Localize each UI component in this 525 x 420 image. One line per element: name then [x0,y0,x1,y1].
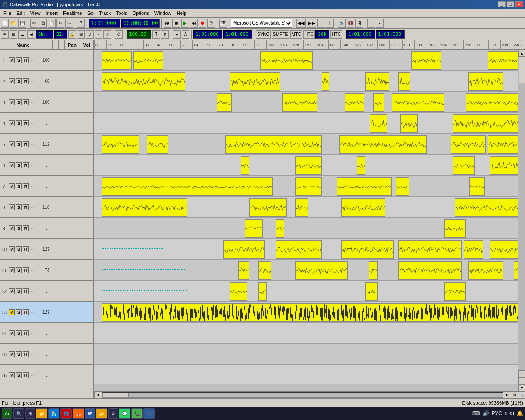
loop-in-btn[interactable]: [ [317,19,325,28]
copy-btn[interactable]: ⧉ [39,19,47,28]
solo-btn-2[interactable]: S [16,78,22,84]
clip-5-3[interactable] [339,135,427,154]
track-menu-12[interactable]: ··· [30,288,37,295]
clip-2-4[interactable] [398,72,410,91]
solo-btn-13[interactable]: S [16,309,22,315]
clip-10-6[interactable] [490,240,518,259]
track-menu-2[interactable]: ··· [30,78,37,85]
clip-9-2[interactable] [276,219,284,238]
output-select[interactable]: Microsoft GS Wavetable SW Synth [231,19,292,28]
nudge-left-btn[interactable]: ◀ [27,30,35,39]
q2-btn[interactable]: ♪ [94,30,102,39]
clip-2-1[interactable] [230,72,280,91]
help-btn[interactable]: ? [77,19,85,28]
clip-12-4[interactable] [444,282,466,301]
menu-file[interactable]: File [1,10,14,16]
files2-app[interactable]: 📂 [96,408,107,419]
notification-icon[interactable]: 🔔 [517,410,523,416]
clip-3-0[interactable] [102,102,176,102]
clip-1-4[interactable] [488,51,518,70]
open-btn[interactable]: 📂 [10,19,18,28]
vertical-scrollbar[interactable]: ▲ + - ▼ [518,50,525,391]
clip-1-1[interactable] [133,51,163,70]
scroll-h-track[interactable] [102,392,503,398]
mute-btn-12[interactable]: M [9,288,15,294]
vol-btn[interactable]: 🔊 [338,19,346,28]
clip-3-2[interactable] [282,93,317,112]
menu-options[interactable]: Options [130,10,152,16]
clip-10-5[interactable] [464,240,483,259]
clip-7-5[interactable] [469,177,485,196]
track-menu-11[interactable]: ··· [30,267,37,274]
record-btn-6[interactable]: R [23,162,29,168]
midi-sync-btn[interactable]: SYNC [256,30,271,39]
clip-2-2[interactable] [322,72,329,91]
record-btn-11[interactable]: R [23,267,29,273]
clip-10-1[interactable] [223,240,265,259]
clip-7-3[interactable] [396,177,409,196]
record-btn-13[interactable]: R [23,309,29,315]
scroll-zoom-out[interactable]: - [518,377,525,384]
solo-btn-3[interactable]: S [16,99,22,105]
record-btn-12[interactable]: R [23,288,29,294]
rec-btn[interactable]: ⏺ [199,19,206,28]
clip-4-0[interactable] [102,122,364,123]
solo-btn-4[interactable]: S [16,120,22,126]
mute-btn-8[interactable]: M [9,204,15,210]
record-btn-1[interactable]: R [23,57,29,63]
track-view2-btn[interactable]: ⊞ [10,30,18,39]
mute-btn[interactable]: 🔇 [346,19,354,28]
clip-2-0[interactable] [102,72,185,91]
loop-out-btn[interactable]: ] [326,19,334,28]
restore-button[interactable]: ❐ [507,1,514,7]
paste-btn[interactable]: 📋 [48,19,56,28]
minimize-button[interactable]: _ [498,1,506,7]
clip-5-2[interactable] [225,135,322,154]
menu-realtime[interactable]: Realtime [60,10,84,16]
clip-11-4[interactable] [369,261,378,280]
clip-8-3[interactable] [341,198,385,217]
clip-5-5[interactable] [488,135,518,154]
menu-insert[interactable]: Insert [43,10,60,16]
fforward-btn[interactable]: ▶▶ [307,19,316,28]
clip-4-4[interactable] [488,114,518,133]
rewind-btn[interactable]: ◀◀ [296,19,306,28]
store-app[interactable]: 🏪 [48,408,60,419]
mute-btn-7[interactable]: M [9,183,15,189]
clip-1-0[interactable] [102,51,132,70]
time-format-btn[interactable]: ⏱ [115,30,123,39]
scroll-down-arrow[interactable]: ▼ [518,384,525,391]
clip-1-3[interactable] [411,51,441,70]
track-menu-10[interactable]: ··· [30,246,37,253]
mute-btn-3[interactable]: M [9,99,15,105]
clip-12-3[interactable] [365,282,378,301]
chrome-app[interactable]: 🌐 [60,408,72,419]
clip-10-2[interactable] [276,240,322,259]
track-menu-9[interactable]: ··· [30,225,37,232]
mute-btn-11[interactable]: M [9,267,15,273]
scroll-left-arrow[interactable]: ◀ [94,392,101,399]
clip-11-3[interactable] [295,261,348,280]
param-btn[interactable]: 🎛 [355,19,363,28]
firefox-app[interactable]: 🦊 [73,408,84,419]
play-btn[interactable]: ▶ [181,19,189,28]
record-btn-4[interactable]: R [23,120,29,126]
scroll-zoom-h[interactable]: 🔍 [518,392,525,399]
clip-2-5[interactable] [468,72,503,91]
cakewalk-app[interactable]: 🎵 [144,408,155,419]
clip-3-6[interactable] [466,93,518,112]
search-app[interactable]: 🔍 [13,408,24,419]
record-btn-10[interactable]: R [23,246,29,252]
clip-3-5[interactable] [392,93,444,112]
end-btn[interactable]: ⏭ [190,19,198,28]
solo-btn-10[interactable]: S [16,246,22,252]
clip-11-1[interactable] [238,261,249,280]
clip-7-0[interactable] [102,177,273,196]
clip-11-6[interactable] [468,261,503,280]
horizontal-scrollbar[interactable]: ◀ ▶ ⊠ 🔍 [94,391,525,398]
solo-btn-11[interactable]: S [16,267,22,273]
mute-btn-4[interactable]: M [9,120,15,126]
q3-btn[interactable]: ♫ [103,30,111,39]
clip-9-1[interactable] [245,219,262,238]
clip-3-4[interactable] [373,93,384,112]
